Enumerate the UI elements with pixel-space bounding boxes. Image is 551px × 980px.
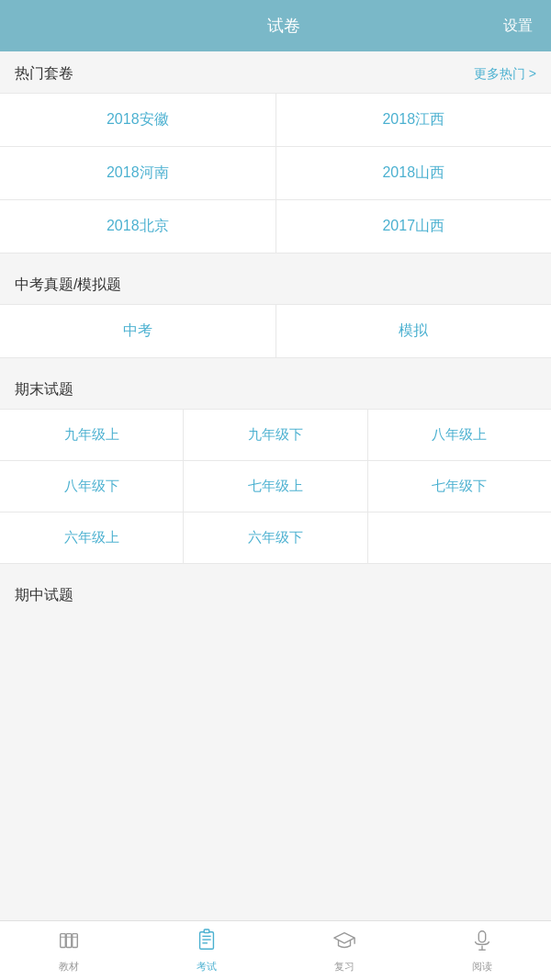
list-item[interactable]: 2018安徽 [0, 94, 276, 146]
tab-fuxi[interactable]: 复习 [276, 921, 413, 980]
tab-jiaocai[interactable]: 教材 [0, 921, 138, 980]
period-mid-title: 期中试题 [15, 586, 73, 605]
zhongkao-title: 中考真题/模拟题 [15, 276, 121, 295]
tab-jiaocai-label: 教材 [59, 960, 79, 974]
tab-kaoshi[interactable]: 考试 [138, 921, 276, 980]
list-item[interactable]: 六年级上 [0, 513, 184, 563]
hot-papers-title: 热门套卷 [15, 64, 73, 84]
table-row: 中考 模拟 [0, 305, 551, 357]
list-item[interactable]: 九年级下 [184, 410, 367, 460]
svg-rect-0 [61, 933, 66, 947]
period-mid-header: 期中试题 [0, 573, 551, 614]
period-end-header: 期末试题 [0, 367, 551, 409]
period-end-section: 期末试题 九年级上 九年级下 八年级上 八年级下 七年级上 七年级下 六年级上 … [0, 367, 551, 564]
moni-button[interactable]: 模拟 [276, 305, 552, 357]
tab-fuxi-label: 复习 [334, 960, 354, 974]
table-row: 2018北京 2017山西 [0, 200, 551, 253]
period-mid-section: 期中试题 [0, 573, 551, 614]
svg-rect-10 [204, 929, 209, 932]
page-title: 试卷 [64, 15, 503, 37]
hot-papers-more[interactable]: 更多热门 > [474, 66, 536, 83]
table-row: 六年级上 六年级下 [0, 513, 551, 563]
list-item[interactable]: 九年级上 [0, 410, 184, 460]
list-item[interactable]: 八年级下 [0, 461, 184, 512]
graduation-icon [332, 929, 356, 956]
svg-marker-11 [334, 932, 354, 942]
list-item[interactable]: 七年级上 [184, 461, 367, 512]
microphone-icon [470, 929, 494, 956]
svg-rect-13 [478, 930, 485, 941]
list-item[interactable]: 八年级上 [368, 410, 551, 460]
tab-bar: 教材 考试 复习 [0, 920, 551, 980]
hot-papers-header: 热门套卷 更多热门 > [0, 51, 551, 93]
table-row: 2018河南 2018山西 [0, 147, 551, 200]
tab-kaoshi-label: 考试 [197, 960, 217, 974]
tab-yuedu[interactable]: 阅读 [413, 921, 551, 980]
list-item[interactable]: 2018北京 [0, 200, 276, 253]
hot-papers-grid: 2018安徽 2018江西 2018河南 2018山西 2018北京 2017山… [0, 93, 551, 253]
header: 试卷 设置 [0, 0, 551, 51]
settings-button[interactable]: 设置 [503, 17, 533, 36]
list-item[interactable]: 六年级下 [184, 513, 367, 563]
list-item[interactable]: 七年级下 [368, 461, 551, 512]
svg-rect-2 [73, 933, 78, 947]
table-row: 八年级下 七年级上 七年级下 [0, 461, 551, 513]
svg-rect-1 [66, 933, 72, 947]
period-end-grid: 九年级上 九年级下 八年级上 八年级下 七年级上 七年级下 六年级上 六年级下 [0, 409, 551, 564]
zhongkao-section: 中考真题/模拟题 中考 模拟 [0, 263, 551, 358]
books-icon [57, 929, 81, 956]
period-end-title: 期末试题 [15, 380, 73, 400]
hot-papers-section: 热门套卷 更多热门 > 2018安徽 2018江西 2018河南 2018山西 … [0, 51, 551, 253]
list-item[interactable]: 2018山西 [276, 147, 552, 199]
list-item[interactable]: 2018江西 [276, 94, 552, 146]
zhongkao-button[interactable]: 中考 [0, 305, 276, 357]
list-item[interactable]: 2018河南 [0, 147, 276, 199]
svg-rect-6 [200, 931, 214, 949]
list-item[interactable]: 2017山西 [276, 200, 552, 253]
table-row: 2018安徽 2018江西 [0, 94, 551, 147]
zhongkao-header: 中考真题/模拟题 [0, 263, 551, 304]
table-row: 九年级上 九年级下 八年级上 [0, 410, 551, 461]
tab-yuedu-label: 阅读 [472, 960, 492, 974]
zhongkao-grid: 中考 模拟 [0, 304, 551, 358]
main-content: 热门套卷 更多热门 > 2018安徽 2018江西 2018河南 2018山西 … [0, 51, 551, 920]
exam-icon [195, 929, 219, 956]
